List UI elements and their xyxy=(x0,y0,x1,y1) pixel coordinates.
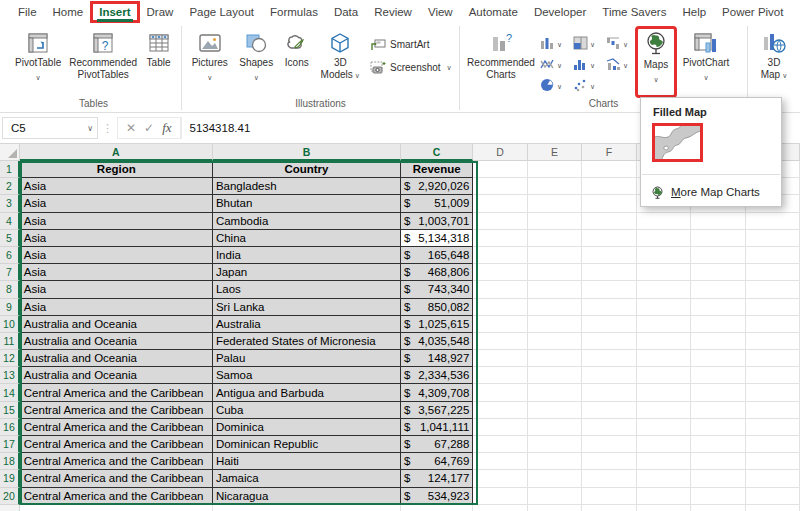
cell-A9[interactable]: Asia xyxy=(20,299,213,316)
table-button[interactable]: Table xyxy=(140,28,177,96)
empty-cell[interactable] xyxy=(637,350,691,367)
empty-cell[interactable] xyxy=(746,488,800,505)
cell-B20[interactable]: Nicaragua xyxy=(213,488,401,505)
empty-cell[interactable] xyxy=(746,264,800,281)
cell-B4[interactable]: Cambodia xyxy=(213,213,401,230)
empty-cell[interactable] xyxy=(528,350,582,367)
empty-cell[interactable] xyxy=(746,247,800,264)
empty-cell[interactable] xyxy=(582,453,636,470)
empty-cell[interactable] xyxy=(637,384,691,401)
empty-cell[interactable] xyxy=(528,436,582,453)
insert-function-icon[interactable]: fx xyxy=(162,120,171,136)
empty-cell[interactable] xyxy=(473,470,527,487)
empty-cell[interactable] xyxy=(637,213,691,230)
empty-cell[interactable] xyxy=(637,470,691,487)
pivotchart-button[interactable]: PivotChart xyxy=(675,28,737,96)
pie-chart-button[interactable] xyxy=(538,74,571,95)
column-chart-button[interactable] xyxy=(538,32,571,53)
empty-cell[interactable] xyxy=(582,384,636,401)
empty-cell[interactable] xyxy=(582,178,636,195)
empty-cell[interactable] xyxy=(473,350,527,367)
cell-C9[interactable]: $850,082 xyxy=(401,299,473,316)
cell-C8[interactable]: $743,340 xyxy=(401,281,473,298)
cell-B8[interactable]: Laos xyxy=(213,281,401,298)
empty-cell[interactable] xyxy=(401,505,473,511)
tab-developer[interactable]: Developer xyxy=(526,2,594,22)
cell-C10[interactable]: $1,025,615 xyxy=(401,316,473,333)
empty-cell[interactable] xyxy=(691,213,745,230)
tab-automate[interactable]: Automate xyxy=(461,2,526,22)
empty-cell[interactable] xyxy=(582,299,636,316)
empty-cell[interactable] xyxy=(746,470,800,487)
row-header-10[interactable]: 10 xyxy=(0,316,20,333)
waterfall-chart-button[interactable] xyxy=(604,32,637,53)
empty-cell[interactable] xyxy=(691,350,745,367)
cell-C12[interactable]: $148,927 xyxy=(401,350,473,367)
cell-A20[interactable]: Central America and the Caribbean xyxy=(20,488,213,505)
empty-cell[interactable] xyxy=(582,402,636,419)
empty-cell[interactable] xyxy=(582,247,636,264)
empty-cell[interactable] xyxy=(582,281,636,298)
tab-home[interactable]: Home xyxy=(45,2,92,22)
row-header-9[interactable]: 9 xyxy=(0,299,20,316)
empty-cell[interactable] xyxy=(746,505,800,511)
empty-cell[interactable] xyxy=(637,367,691,384)
shapes-button[interactable]: Shapes xyxy=(233,28,279,96)
empty-cell[interactable] xyxy=(582,470,636,487)
empty-cell[interactable] xyxy=(691,402,745,419)
empty-cell[interactable] xyxy=(473,264,527,281)
empty-cell[interactable] xyxy=(746,419,800,436)
empty-cell[interactable] xyxy=(746,333,800,350)
empty-cell[interactable] xyxy=(528,213,582,230)
row-header-18[interactable]: 18 xyxy=(0,453,20,470)
empty-cell[interactable] xyxy=(473,505,527,511)
empty-cell[interactable] xyxy=(637,419,691,436)
row-header-20[interactable]: 20 xyxy=(0,488,20,505)
empty-cell[interactable] xyxy=(637,505,691,511)
row-header-19[interactable]: 19 xyxy=(0,470,20,487)
empty-cell[interactable] xyxy=(582,505,636,511)
empty-cell[interactable] xyxy=(746,281,800,298)
row-header-16[interactable]: 16 xyxy=(0,419,20,436)
cell-A15[interactable]: Central America and the Caribbean xyxy=(20,402,213,419)
cell-C13[interactable]: $2,334,536 xyxy=(401,367,473,384)
tab-insert[interactable]: Insert xyxy=(91,2,138,22)
row-header-12[interactable]: 12 xyxy=(0,350,20,367)
maps-button[interactable]: Maps xyxy=(637,28,675,96)
pivottable-button[interactable]: PivotTable xyxy=(10,28,66,96)
empty-cell[interactable] xyxy=(528,178,582,195)
empty-cell[interactable] xyxy=(691,367,745,384)
empty-cell[interactable] xyxy=(528,161,582,178)
empty-cell[interactable] xyxy=(637,453,691,470)
row-header-15[interactable]: 15 xyxy=(0,402,20,419)
empty-cell[interactable] xyxy=(582,367,636,384)
empty-cell[interactable] xyxy=(746,316,800,333)
cell-A6[interactable]: Asia xyxy=(20,247,213,264)
cell-A8[interactable]: Asia xyxy=(20,281,213,298)
empty-cell[interactable] xyxy=(528,264,582,281)
empty-cell[interactable] xyxy=(528,247,582,264)
empty-cell[interactable] xyxy=(637,436,691,453)
cell-A3[interactable]: Asia xyxy=(20,195,213,212)
empty-cell[interactable] xyxy=(582,436,636,453)
empty-cell[interactable] xyxy=(691,316,745,333)
row-header-11[interactable]: 11 xyxy=(0,333,20,350)
empty-cell[interactable] xyxy=(582,195,636,212)
cell-C15[interactable]: $3,567,225 xyxy=(401,402,473,419)
empty-cell[interactable] xyxy=(528,299,582,316)
empty-cell[interactable] xyxy=(528,195,582,212)
empty-cell[interactable] xyxy=(473,161,527,178)
tab-page-layout[interactable]: Page Layout xyxy=(181,2,262,22)
row-header-21[interactable] xyxy=(0,505,20,511)
cell-B10[interactable]: Australia xyxy=(213,316,401,333)
empty-cell[interactable] xyxy=(746,384,800,401)
empty-cell[interactable] xyxy=(528,402,582,419)
empty-cell[interactable] xyxy=(582,264,636,281)
cell-B18[interactable]: Haiti xyxy=(213,453,401,470)
row-header-13[interactable]: 13 xyxy=(0,367,20,384)
histogram-chart-button[interactable] xyxy=(571,53,604,74)
empty-cell[interactable] xyxy=(473,230,527,247)
smartart-button[interactable]: SmartArt xyxy=(370,34,455,55)
cell-A1[interactable]: Region xyxy=(20,161,213,178)
cell-C18[interactable]: $64,769 xyxy=(401,453,473,470)
